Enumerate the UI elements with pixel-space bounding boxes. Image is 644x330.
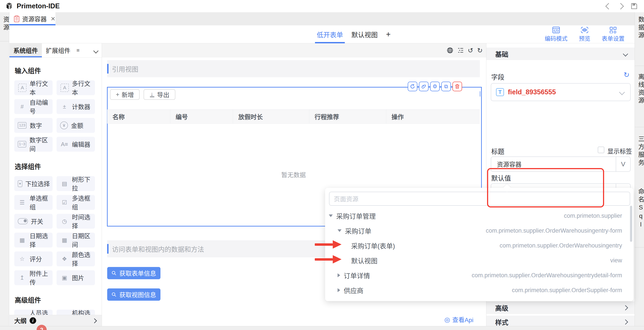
column-header-code[interactable]: 编号	[170, 110, 233, 123]
tab-system-components[interactable]: 系统组件	[10, 43, 42, 57]
code-mode-button[interactable]: 编码模式	[545, 27, 568, 42]
tree-item-label: 默认视图	[351, 256, 378, 265]
component-card-color-picker[interactable]: ❖颜色选择	[56, 251, 95, 266]
i18n-globe-icon[interactable]	[447, 47, 453, 54]
left-rail-item-resource[interactable]: 资源	[1, 16, 10, 32]
info-icon[interactable]: i	[30, 317, 36, 324]
component-card-tree-select[interactable]: ▤树形下拉	[56, 176, 95, 191]
component-card-single-text[interactable]: A单行文本	[14, 80, 52, 95]
column-header-holiday-duration[interactable]: 放假时长	[233, 110, 309, 123]
outline-tree-icon[interactable]	[457, 47, 464, 54]
card-label: 树形下拉	[72, 175, 95, 192]
nav-forward-icon[interactable]	[618, 3, 624, 9]
caret-right-icon[interactable]	[338, 273, 340, 277]
preview-eye-icon	[581, 27, 588, 33]
right-rail-item-offline[interactable]: 离线资源	[636, 74, 644, 105]
empty-state-text: 暂无数据	[281, 170, 306, 179]
component-card-number-range[interactable]: 1~3数字区间	[14, 137, 52, 152]
title-input-value: 资源容器	[497, 160, 616, 168]
column-header-name[interactable]: 名称	[107, 110, 170, 123]
component-card-select[interactable]: ▾下拉选择	[14, 176, 52, 191]
tree-item-purchase-order-form[interactable]: 采购订单(表单) com.primeton.supplier.OrderWare…	[325, 238, 634, 253]
component-card-switch[interactable]: 开关	[14, 214, 52, 229]
export-label: 导出	[157, 90, 169, 99]
tree-item-purchase-order-mgmt[interactable]: 采购订单管理 com.primeton.supplier	[325, 208, 634, 223]
column-header-actions[interactable]: 操作	[386, 110, 480, 123]
doc-tab-resource-container[interactable]: 资源容器 ✕	[10, 12, 56, 25]
component-card-amount[interactable]: ¥金额	[56, 118, 95, 133]
title-variable-button[interactable]: V	[616, 157, 630, 171]
widget-copy-button[interactable]: ⧉	[441, 82, 451, 91]
right-rail-item-namedsql[interactable]: 命名Sql	[636, 188, 644, 230]
preview-button[interactable]: 预览	[579, 27, 590, 42]
widget-settings-gear-button[interactable]: ⚙	[430, 82, 440, 91]
component-card-time-picker[interactable]: ◷时间选择	[56, 214, 95, 229]
component-card-multi-text[interactable]: A多行文本	[56, 80, 95, 95]
right-rail-item-thirdparty[interactable]: 三方服务	[636, 136, 644, 167]
number-range-icon: 1~3	[18, 141, 26, 148]
component-card-checkbox-group[interactable]: ☑多选框组	[56, 195, 95, 210]
document-tab-strip	[0, 12, 644, 26]
scrollbar-thumb[interactable]	[630, 206, 632, 242]
title-input[interactable]: 资源容器 V	[491, 157, 631, 172]
section-style[interactable]: 样式	[486, 316, 634, 326]
collapse-chevron-icon[interactable]	[623, 51, 628, 56]
tree-item-supplier[interactable]: 供应商 com.primeton.supplier.OrderSupplier-…	[325, 283, 634, 298]
section-advanced[interactable]: 高级	[486, 302, 634, 314]
component-card-counter[interactable]: ±计数器	[56, 99, 95, 114]
expand-chevron-icon[interactable]	[623, 305, 628, 310]
editor-mode-actions: 编码模式 预览	[545, 25, 624, 43]
component-card-rating[interactable]: ☆评分	[14, 251, 52, 266]
add-view-tab-button[interactable]: +	[386, 25, 390, 43]
view-api-link[interactable]: ◎ 查看Api	[444, 315, 474, 324]
outline-expand-chevron-icon[interactable]	[92, 319, 97, 324]
tree-item-order-detail[interactable]: 订单详情 com.primeton.supplier.OrderWarehous…	[325, 268, 634, 283]
field-select[interactable]: T field_89356555	[491, 83, 631, 101]
widget-refresh-button[interactable]	[408, 82, 417, 91]
section-header-reference-view[interactable]: 引用视图	[107, 60, 480, 77]
caret-down-icon[interactable]	[329, 214, 333, 217]
form-settings-button[interactable]: 表单设置	[602, 27, 624, 42]
date-range-icon: ▦	[60, 237, 69, 244]
tab-lowcode-form[interactable]: 低开表单	[317, 25, 343, 43]
column-header-trip-recommendation[interactable]: 行程推荐	[309, 110, 386, 123]
component-card-editor[interactable]: A≡编辑器	[56, 137, 95, 152]
add-row-button[interactable]: + 新增	[110, 89, 140, 100]
field-sync-icon[interactable]: ↻	[624, 71, 630, 78]
redo-icon[interactable]: ↻	[477, 47, 483, 54]
get-view-info-button[interactable]: 获取视图信息	[107, 288, 160, 301]
panel-collapse-chevron-icon[interactable]	[93, 48, 98, 53]
save-icon[interactable]	[630, 2, 638, 10]
nav-back-icon[interactable]	[606, 3, 612, 9]
outline-bar[interactable]: 大纲 i	[10, 315, 102, 326]
component-card-radio-group[interactable]: ☰单选框组	[14, 195, 52, 210]
widget-delete-button[interactable]	[452, 82, 462, 91]
section-base[interactable]: 基础	[486, 48, 634, 60]
component-card-auto-number[interactable]: #自动编号	[14, 99, 52, 114]
get-form-info-button[interactable]: 获取表单信息	[107, 267, 160, 279]
component-card-attachment-upload[interactable]: ↥附件上传	[14, 270, 52, 285]
component-card-image[interactable]: ▣图片	[56, 270, 95, 285]
tab-extension-components[interactable]: 扩展组件	[42, 43, 74, 57]
search-icon	[111, 292, 116, 297]
caret-down-icon[interactable]	[338, 229, 342, 232]
card-label: 下拉选择	[26, 179, 50, 188]
show-label-checkbox[interactable]	[598, 147, 604, 153]
widget-link-button[interactable]	[419, 82, 428, 91]
tree-item-purchase-order[interactable]: 采购订单 com.primeton.supplier.OrderWarehous…	[325, 223, 634, 238]
card-label: 单行文本	[30, 79, 52, 97]
dropdown-search-input[interactable]: 页面资源	[329, 192, 630, 206]
tab-default-view[interactable]: 默认视图	[351, 25, 378, 43]
close-icon[interactable]: ✕	[51, 15, 56, 22]
expand-chevron-icon[interactable]	[623, 319, 628, 325]
caret-right-icon[interactable]	[338, 288, 340, 292]
right-rail-item-datasource[interactable]: 数据源	[636, 16, 644, 40]
tree-item-default-view[interactable]: 默认视图 view	[325, 253, 634, 268]
undo-icon[interactable]: ↺	[468, 47, 473, 54]
panel-menu-icon[interactable]: ≡	[76, 47, 80, 53]
export-button[interactable]: 导出	[144, 89, 175, 100]
component-card-number[interactable]: 123数字	[14, 118, 52, 133]
component-card-date-range[interactable]: ▦日期区间	[56, 233, 95, 248]
component-card-date-picker[interactable]: ▦日期选择	[14, 233, 52, 248]
rail-divider	[0, 41, 9, 41]
